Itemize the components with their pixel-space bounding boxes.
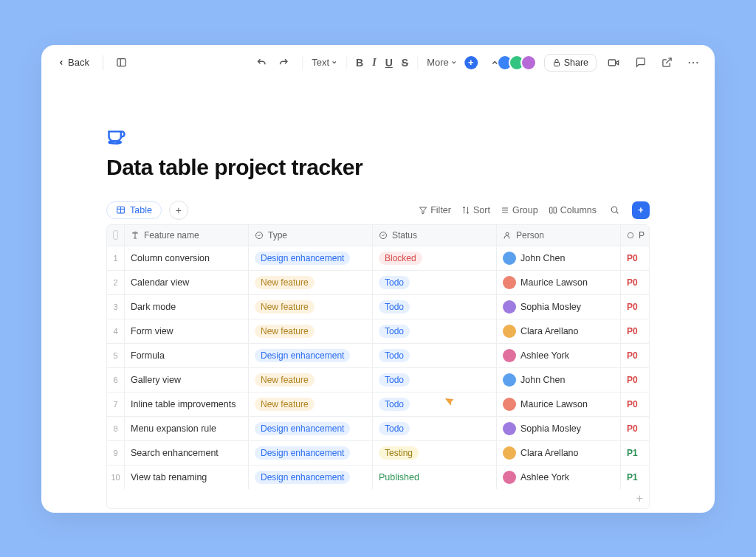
table-row[interactable]: 5FormulaDesign enhancementTodoAshlee Yor… bbox=[107, 344, 649, 368]
cell-type[interactable]: New feature bbox=[249, 368, 373, 392]
share-button[interactable]: Share bbox=[544, 54, 597, 72]
table-row[interactable]: 8Menu expansion ruleDesign enhancementTo… bbox=[107, 417, 649, 441]
more-format-dropdown[interactable]: More bbox=[427, 57, 457, 68]
cell-person[interactable]: Sophia Mosley bbox=[497, 417, 621, 440]
cell-type[interactable]: New feature bbox=[249, 392, 373, 416]
panel-toggle-button[interactable] bbox=[112, 53, 131, 72]
cell-feature[interactable]: Form view bbox=[125, 319, 249, 343]
table-row[interactable]: 10View tab renamingDesign enhancementPub… bbox=[107, 466, 649, 489]
page-emoji[interactable] bbox=[106, 125, 650, 151]
person-avatar bbox=[503, 373, 516, 387]
cell-status[interactable]: Todo bbox=[373, 392, 497, 416]
cell-status[interactable]: Todo bbox=[373, 319, 497, 343]
cell-priority[interactable]: P1 bbox=[621, 466, 650, 489]
cell-type[interactable]: New feature bbox=[249, 319, 373, 343]
cell-status[interactable]: Todo bbox=[373, 344, 497, 367]
comment-button[interactable] bbox=[630, 53, 650, 72]
add-row-button[interactable]: + bbox=[107, 489, 649, 508]
cell-person[interactable]: Sophia Mosley bbox=[497, 295, 621, 319]
cell-status[interactable]: Blocked bbox=[373, 246, 497, 270]
cell-priority[interactable]: P0 bbox=[621, 344, 650, 367]
cell-feature[interactable]: Inline table improvements bbox=[125, 392, 249, 416]
video-call-button[interactable] bbox=[604, 53, 623, 72]
column-header-priority[interactable]: P bbox=[621, 225, 650, 246]
column-header-feature[interactable]: Feature name bbox=[125, 225, 249, 246]
cell-status[interactable]: Todo bbox=[373, 368, 497, 392]
group-button[interactable]: Group bbox=[501, 205, 538, 215]
cell-type[interactable]: Design enhancement bbox=[249, 246, 373, 270]
person-name: Sophia Mosley bbox=[520, 302, 581, 312]
cell-feature[interactable]: Menu expansion rule bbox=[125, 417, 249, 440]
cell-person[interactable]: John Chen bbox=[497, 368, 621, 392]
table-row[interactable]: 7Inline table improvementsNew featureTod… bbox=[107, 392, 649, 417]
cell-type[interactable]: Design enhancement bbox=[249, 417, 373, 440]
cell-status[interactable]: Todo bbox=[373, 417, 497, 440]
add-view-button[interactable]: + bbox=[169, 201, 188, 220]
page-title[interactable]: Data table project tracker bbox=[106, 155, 650, 180]
add-button[interactable]: + bbox=[632, 201, 650, 219]
cell-priority[interactable]: P0 bbox=[621, 368, 650, 392]
row-number: 3 bbox=[107, 295, 125, 319]
column-header-status[interactable]: Status bbox=[373, 225, 497, 246]
cell-type[interactable]: Design enhancement bbox=[249, 441, 373, 465]
insert-button[interactable]: + bbox=[464, 56, 478, 69]
cell-person[interactable]: Maurice Lawson bbox=[497, 271, 621, 294]
text-style-dropdown[interactable]: Text bbox=[312, 57, 337, 68]
undo-button[interactable] bbox=[252, 53, 271, 72]
cell-priority[interactable]: P0 bbox=[621, 271, 650, 294]
cell-type[interactable]: New feature bbox=[249, 295, 373, 319]
cell-person[interactable]: John Chen bbox=[497, 246, 621, 270]
svg-point-16 bbox=[611, 207, 617, 212]
table-row[interactable]: 1Column conversionDesign enhancementBloc… bbox=[107, 246, 649, 271]
select-all-cell[interactable] bbox=[107, 225, 125, 246]
cell-status[interactable]: Todo bbox=[373, 295, 497, 319]
cell-type[interactable]: Design enhancement bbox=[249, 466, 373, 489]
column-header-type[interactable]: Type bbox=[249, 225, 373, 246]
back-button[interactable]: Back bbox=[53, 54, 94, 71]
cell-person[interactable]: Clara Arellano bbox=[497, 319, 621, 343]
bold-button[interactable]: B bbox=[356, 57, 363, 69]
table-row[interactable]: 2Calendar viewNew featureTodoMaurice Law… bbox=[107, 271, 649, 295]
cell-priority[interactable]: P0 bbox=[621, 319, 650, 343]
cell-status[interactable]: Testing bbox=[373, 441, 497, 465]
cell-feature[interactable]: Dark mode bbox=[125, 295, 249, 319]
cell-person[interactable]: Ashlee York bbox=[497, 466, 621, 489]
redo-icon bbox=[278, 58, 289, 68]
redo-button[interactable] bbox=[274, 53, 293, 72]
strike-button[interactable]: S bbox=[402, 57, 408, 69]
more-menu-button[interactable]: ⋯ bbox=[684, 53, 703, 72]
search-button[interactable] bbox=[607, 203, 622, 218]
collapse-button[interactable] bbox=[485, 53, 504, 72]
cell-priority[interactable]: P0 bbox=[621, 417, 650, 440]
cell-status[interactable]: Published bbox=[373, 466, 497, 489]
open-external-button[interactable] bbox=[657, 53, 676, 72]
cell-type[interactable]: New feature bbox=[249, 271, 373, 294]
column-header-person[interactable]: Person bbox=[497, 225, 621, 246]
cell-priority[interactable]: P0 bbox=[621, 295, 650, 319]
table-row[interactable]: 6Gallery viewNew featureTodoJohn ChenP0 bbox=[107, 368, 649, 392]
cell-feature[interactable]: Column conversion bbox=[125, 246, 249, 270]
cell-person[interactable]: Ashlee York bbox=[497, 344, 621, 367]
row-number: 5 bbox=[107, 344, 125, 367]
sort-button[interactable]: Sort bbox=[461, 205, 490, 215]
table-row[interactable]: 3Dark modeNew featureTodoSophia MosleyP0 bbox=[107, 295, 649, 319]
cell-person[interactable]: Maurice Lawson bbox=[497, 392, 621, 416]
cell-feature[interactable]: View tab renaming bbox=[125, 466, 249, 489]
italic-button[interactable]: I bbox=[372, 57, 376, 69]
table-row[interactable]: 9Search enhancementDesign enhancementTes… bbox=[107, 441, 649, 466]
cell-priority[interactable]: P0 bbox=[621, 392, 650, 416]
cell-priority[interactable]: P0 bbox=[621, 246, 650, 270]
cell-status[interactable]: Todo bbox=[373, 271, 497, 294]
cell-feature[interactable]: Gallery view bbox=[125, 368, 249, 392]
table-row[interactable]: 4Form viewNew featureTodoClara ArellanoP… bbox=[107, 319, 649, 344]
view-tab-table[interactable]: Table bbox=[106, 201, 162, 219]
cell-feature[interactable]: Search enhancement bbox=[125, 441, 249, 465]
underline-button[interactable]: U bbox=[385, 57, 393, 69]
cell-feature[interactable]: Calendar view bbox=[125, 271, 249, 294]
columns-button[interactable]: Columns bbox=[549, 205, 597, 215]
cell-type[interactable]: Design enhancement bbox=[249, 344, 373, 367]
cell-priority[interactable]: P1 bbox=[621, 441, 650, 465]
filter-button[interactable]: Filter bbox=[419, 205, 451, 215]
cell-feature[interactable]: Formula bbox=[125, 344, 249, 367]
cell-person[interactable]: Clara Arellano bbox=[497, 441, 621, 465]
